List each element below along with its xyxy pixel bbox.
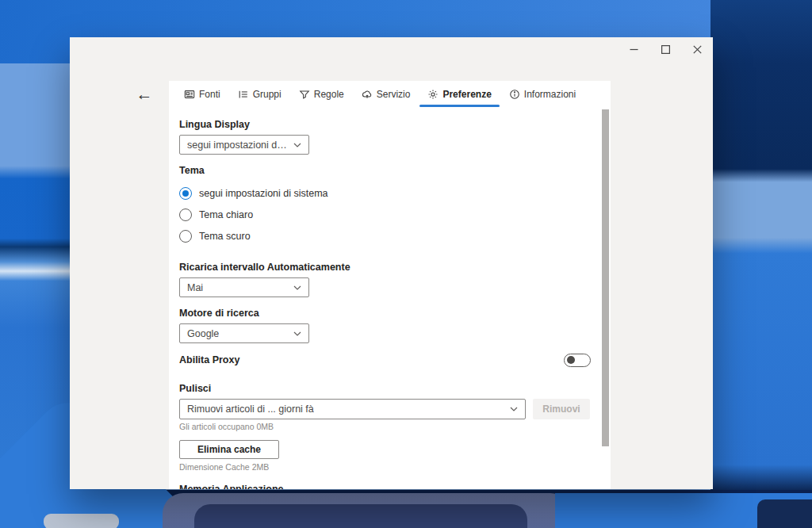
chevron-down-icon [510,407,518,411]
theme-option-dark[interactable]: Tema scuro [179,230,591,243]
cleanup-row: Rimuovi articoli di ... giorni fà Rimuov… [179,399,591,419]
proxy-row: Abilita Proxy [179,354,591,366]
wallpaper-right-strip [710,0,812,528]
tab-label: Regole [314,89,344,100]
radio-unselected-icon [179,230,192,243]
language-label: Lingua Display [179,119,591,130]
list-icon [238,89,249,100]
app-window: ← Fonti [70,37,713,489]
search-engine-value: Google [187,328,219,339]
maximize-icon [661,45,670,54]
tab-underline [354,105,419,107]
radio-label: segui impostazioni di sistema [199,188,328,199]
theme-label: Tema [179,165,591,176]
tab-underline [176,105,228,107]
search-engine-dropdown[interactable]: Google [179,323,309,343]
minimize-icon [630,45,638,54]
tab-underline [291,105,352,107]
tab-gruppi[interactable]: Gruppi [230,86,289,107]
tab-label: Gruppi [253,89,282,100]
theme-option-light[interactable]: Tema chiaro [179,209,591,221]
toggle-knob [567,356,575,364]
radio-label: Tema chiaro [199,209,253,220]
tab-label: Fonti [199,89,220,100]
refresh-interval-value: Mai [187,282,203,293]
cleanup-label: Pulisci [179,383,591,394]
settings-panel: Fonti Gruppi [169,81,611,489]
clear-cache-button[interactable]: Elimina cache [179,440,279,459]
settings-tabs: Fonti Gruppi [169,81,611,107]
feed-icon [184,89,195,100]
wallpaper-shape [44,514,119,528]
back-button[interactable]: ← [133,83,155,105]
chevron-down-icon [293,331,301,336]
tab-informazioni[interactable]: Informazioni [501,86,584,107]
cleanup-dropdown-value: Rimuovi articoli di ... giorni fà [187,404,314,415]
language-dropdown-value: segui impostazioni di si… [187,140,289,151]
cleanup-dropdown[interactable]: Rimuovi articoli di ... giorni fà [179,399,526,419]
tab-underline [501,105,584,107]
proxy-toggle[interactable] [564,354,591,367]
app-memory-label: Memoria Applicazione [179,484,591,489]
info-icon [509,89,520,100]
search-engine-label: Motore di ricerca [179,308,591,319]
tab-underline [230,105,289,107]
filter-icon [299,89,310,100]
maximize-button[interactable] [649,37,681,61]
remove-articles-button[interactable]: Rimuovi [533,399,590,419]
language-dropdown[interactable]: segui impostazioni di si… [179,135,309,155]
tab-servizio[interactable]: Servizio [354,86,419,107]
proxy-label: Abilita Proxy [179,354,239,365]
radio-selected-icon [179,187,192,200]
articles-size-hint: Gli articoli occupano 0MB [179,422,591,431]
tab-fonti[interactable]: Fonti [176,86,228,107]
radio-label: Tema scuro [199,231,251,242]
chevron-down-icon [293,285,301,290]
panel-scrollbar[interactable] [600,81,611,489]
cache-size-hint: Dimensione Cache 2MB [179,462,591,472]
preferences-content: Lingua Display segui impostazioni di si…… [169,107,611,489]
close-button[interactable] [681,37,713,61]
wallpaper-shape [757,499,812,528]
theme-option-system[interactable]: segui impostazioni di sistema [179,187,591,200]
tab-regole[interactable]: Regole [291,86,352,107]
scrollbar-thumb[interactable] [602,109,609,446]
minimize-button[interactable] [618,37,649,61]
radio-unselected-icon [179,209,192,221]
close-icon [693,45,702,54]
refresh-interval-dropdown[interactable]: Mai [179,277,309,297]
window-controls [618,37,713,61]
tab-label: Preferenze [442,89,491,100]
active-tab-underline [419,105,499,107]
tab-label: Servizio [377,89,411,100]
chevron-down-icon [293,143,301,147]
gear-icon [427,89,439,100]
cloud-icon [362,89,373,100]
tab-preferenze[interactable]: Preferenze [419,86,499,107]
tab-label: Informazioni [524,89,576,100]
wallpaper-shape [194,504,527,528]
refresh-interval-label: Ricarica intervallo Automaticamente [179,262,591,273]
